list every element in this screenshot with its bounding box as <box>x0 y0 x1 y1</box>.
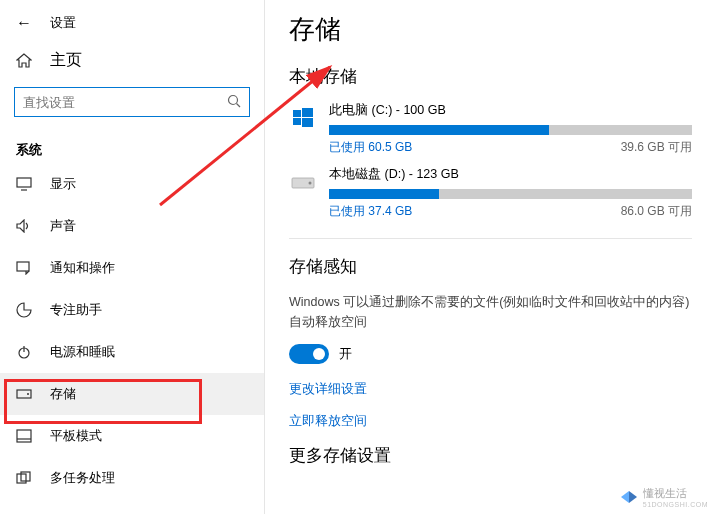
storage-sense-title: 存储感知 <box>289 255 692 278</box>
home-icon <box>16 53 32 69</box>
main-content: 存储 本地存储 此电脑 (C:) - 100 GB 已使用 60.5 GB 39… <box>265 0 716 514</box>
multitask-icon <box>16 471 32 485</box>
windows-drive-icon <box>289 104 317 132</box>
sidebar-item-notifications[interactable]: 通知和操作 <box>0 247 264 289</box>
sidebar-item-power[interactable]: 电源和睡眠 <box>0 331 264 373</box>
svg-point-8 <box>27 393 29 395</box>
power-icon <box>16 344 32 360</box>
tablet-icon <box>16 429 32 443</box>
watermark-logo-icon <box>619 487 639 507</box>
drive-used: 已使用 37.4 GB <box>329 203 412 220</box>
sidebar-item-label: 声音 <box>50 217 76 235</box>
drive-name: 本地磁盘 (D:) - 123 GB <box>329 166 692 183</box>
toggle-label: 开 <box>339 345 352 363</box>
notifications-icon <box>16 261 32 275</box>
storage-icon <box>16 389 32 399</box>
sidebar-item-label: 存储 <box>50 385 76 403</box>
sidebar-item-tablet[interactable]: 平板模式 <box>0 415 264 457</box>
sidebar: ← 设置 主页 系统 显示 <box>0 0 265 514</box>
disk-drive-icon <box>289 168 317 196</box>
free-now-link[interactable]: 立即释放空间 <box>289 412 692 430</box>
watermark-sub: 51DONGSHI.COM <box>643 501 708 508</box>
sidebar-item-label: 电源和睡眠 <box>50 343 115 361</box>
svg-point-18 <box>309 182 312 185</box>
svg-rect-13 <box>293 110 301 117</box>
sidebar-item-storage[interactable]: 存储 <box>0 373 264 415</box>
svg-rect-2 <box>17 178 31 187</box>
svg-line-1 <box>237 103 241 107</box>
home-nav[interactable]: 主页 <box>0 40 264 81</box>
svg-rect-4 <box>17 262 29 271</box>
more-storage-title: 更多存储设置 <box>289 444 692 467</box>
storage-sense-desc: Windows 可以通过删除不需要的文件(例如临时文件和回收站中的内容)自动释放… <box>289 292 692 332</box>
sidebar-item-display[interactable]: 显示 <box>0 163 264 205</box>
drive-free: 39.6 GB 可用 <box>621 139 692 156</box>
back-button[interactable]: ← <box>16 14 32 32</box>
sidebar-item-label: 显示 <box>50 175 76 193</box>
drive-c[interactable]: 此电脑 (C:) - 100 GB 已使用 60.5 GB 39.6 GB 可用 <box>289 102 692 156</box>
search-input[interactable] <box>23 95 227 110</box>
drive-free: 86.0 GB 可用 <box>621 203 692 220</box>
sidebar-item-label: 平板模式 <box>50 427 102 445</box>
storage-sense-toggle[interactable] <box>289 344 329 364</box>
sidebar-item-label: 通知和操作 <box>50 259 115 277</box>
focus-icon <box>16 302 32 318</box>
drive-usage-bar <box>329 189 692 199</box>
page-title: 存储 <box>289 12 692 47</box>
divider <box>289 238 692 239</box>
local-storage-title: 本地存储 <box>289 65 692 88</box>
search-icon <box>227 94 241 111</box>
configure-link[interactable]: 更改详细设置 <box>289 380 692 398</box>
svg-rect-16 <box>302 118 313 127</box>
svg-rect-15 <box>293 118 301 125</box>
drive-used: 已使用 60.5 GB <box>329 139 412 156</box>
sidebar-item-multitask[interactable]: 多任务处理 <box>0 457 264 499</box>
search-input-wrap[interactable] <box>14 87 250 117</box>
sound-icon <box>16 219 32 233</box>
display-icon <box>16 177 32 191</box>
watermark-brand: 懂视生活 <box>643 486 708 501</box>
sidebar-item-focus[interactable]: 专注助手 <box>0 289 264 331</box>
sidebar-item-sound[interactable]: 声音 <box>0 205 264 247</box>
svg-rect-9 <box>17 430 31 442</box>
sidebar-item-label: 专注助手 <box>50 301 102 319</box>
svg-rect-14 <box>302 108 313 117</box>
drive-d[interactable]: 本地磁盘 (D:) - 123 GB 已使用 37.4 GB 86.0 GB 可… <box>289 166 692 220</box>
watermark: 懂视生活 51DONGSHI.COM <box>619 486 708 508</box>
svg-point-0 <box>229 95 238 104</box>
settings-title: 设置 <box>50 14 76 32</box>
section-label: 系统 <box>0 131 264 163</box>
home-label: 主页 <box>50 50 82 71</box>
drive-usage-bar <box>329 125 692 135</box>
drive-name: 此电脑 (C:) - 100 GB <box>329 102 692 119</box>
sidebar-item-label: 多任务处理 <box>50 469 115 487</box>
